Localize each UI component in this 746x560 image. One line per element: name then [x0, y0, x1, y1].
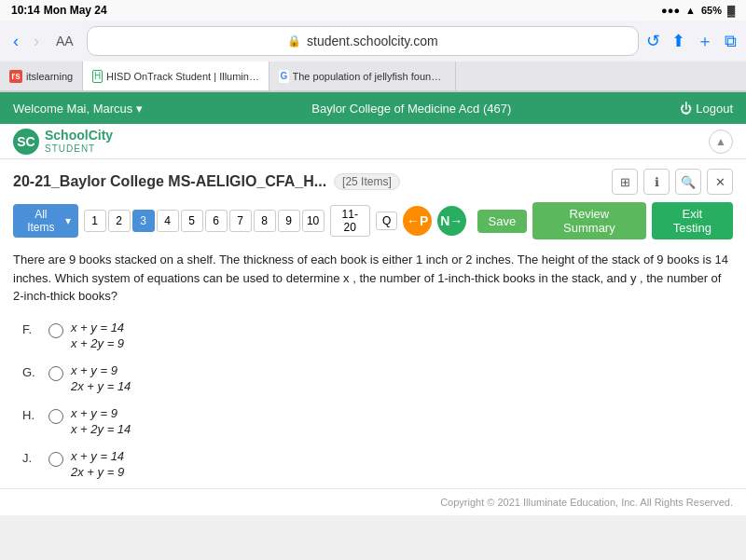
test-title: 20-21_Baylor College MS-AELIGIO_CFA_H... [13, 173, 326, 190]
wifi-icon: ▲ [685, 5, 696, 16]
scroll-up-button[interactable]: ▲ [709, 130, 733, 154]
welcome-label: Welcome Mai, Marcus [13, 102, 132, 116]
previous-question-button[interactable]: ← P [403, 206, 432, 236]
status-bar: 10:14 Mon May 24 ●●● ▲ 65% ▓ [0, 0, 746, 20]
logout-button[interactable]: ⏻ Logout [680, 102, 733, 116]
dropdown-chevron-icon: ▾ [65, 214, 71, 227]
page-btn-10[interactable]: 10 [302, 210, 325, 232]
reload-button[interactable]: ↺ [646, 31, 660, 51]
tab-hisd[interactable]: H HISD OnTrack Student | Illuminate Educ… [83, 61, 269, 90]
main-content: 20-21_Baylor College MS-AELIGIO_CFA_H...… [0, 159, 746, 488]
date-display: Mon May 24 [44, 4, 107, 17]
logo-student-label: STUDENT [45, 143, 113, 154]
page-btn-5[interactable]: 5 [181, 210, 203, 232]
reader-mode-button[interactable]: AA [50, 32, 79, 50]
next-arrow-icon: → [449, 213, 463, 228]
time-display: 10:14 [11, 4, 40, 17]
tab-google[interactable]: G The population of jellyfish found in p… [269, 61, 456, 90]
range-11-20-button[interactable]: 11-20 [330, 205, 370, 237]
option-g-radio[interactable] [48, 366, 63, 381]
next-question-button[interactable]: N → [437, 206, 466, 236]
power-icon: ⏻ [680, 102, 692, 116]
search-questions-button[interactable]: Q [376, 212, 397, 230]
zoom-button[interactable]: 🔍 [675, 169, 701, 195]
new-tab-button[interactable]: ＋ [697, 30, 713, 52]
logo-school-name: SchoolCity [45, 129, 113, 143]
battery-display: 65% [701, 5, 722, 16]
page-btn-3[interactable]: 3 [132, 210, 155, 232]
all-items-dropdown[interactable]: All Items ▾ [13, 204, 78, 238]
option-f-radio[interactable] [48, 323, 63, 338]
tab-label-google: The population of jellyfish found in par… [293, 71, 447, 82]
page-btn-4[interactable]: 4 [157, 210, 179, 232]
option-f-equations: x + y = 14 x + 2y = 9 [71, 321, 124, 350]
tab-itslearning[interactable]: rs itslearning [0, 61, 83, 90]
hisd-favicon: H [92, 70, 103, 83]
dropdown-arrow-icon: ▾ [136, 102, 143, 116]
option-j: J. x + y = 14 2x + y = 9 [22, 449, 733, 479]
option-h: H. x + y = 9 x + 2y = 14 [22, 406, 733, 436]
share-button[interactable]: ⬆ [671, 31, 685, 51]
page-btn-9[interactable]: 9 [278, 210, 300, 232]
test-title-area: 20-21_Baylor College MS-AELIGIO_CFA_H...… [13, 173, 400, 190]
browser-actions: ↺ ⬆ ＋ ⧉ [646, 30, 737, 52]
info-button[interactable]: ℹ [643, 169, 670, 195]
tab-label-itslearning: itslearning [26, 71, 73, 82]
items-count-badge: [25 Items] [334, 173, 400, 190]
google-favicon: G [279, 70, 288, 83]
range-label: 11-20 [342, 208, 358, 234]
option-h-equations: x + y = 9 x + 2y = 14 [71, 406, 131, 436]
back-button[interactable]: ‹ [9, 30, 22, 53]
option-j-eq1: x + y = 14 [71, 449, 124, 463]
grid-view-button[interactable]: ⊞ [612, 169, 638, 195]
option-f-eq2: x + 2y = 9 [71, 336, 124, 350]
option-f-label: F. [22, 322, 41, 336]
prev-arrow-icon: ← [407, 213, 420, 228]
tabs-button[interactable]: ⧉ [725, 32, 737, 51]
question-text: There are 9 books stacked on a shelf. Th… [13, 251, 733, 306]
logout-label: Logout [696, 102, 733, 116]
close-test-button[interactable]: ✕ [707, 169, 733, 195]
logo-text: SchoolCity STUDENT [45, 129, 113, 153]
page-btn-1[interactable]: 1 [84, 210, 106, 232]
option-g-eq1: x + y = 9 [71, 363, 131, 377]
welcome-user[interactable]: Welcome Mai, Marcus ▾ [13, 102, 143, 116]
save-button[interactable]: Save [477, 210, 528, 233]
app-header-bar: Welcome Mai, Marcus ▾ Baylor College of … [0, 92, 746, 124]
url-display: student.schoolcity.com [307, 34, 438, 48]
option-g-equations: x + y = 9 2x + y = 14 [71, 363, 131, 393]
option-f: F. x + y = 14 x + 2y = 9 [22, 321, 733, 350]
lock-icon: 🔒 [287, 34, 301, 48]
option-j-label: J. [22, 451, 41, 465]
battery-icon: ▓ [727, 5, 735, 16]
copyright-text: Copyright © 2021 Illuminate Education, I… [440, 497, 733, 508]
address-bar[interactable]: 🔒 student.schoolcity.com [87, 26, 639, 56]
option-h-eq1: x + y = 9 [71, 406, 131, 420]
option-j-eq2: 2x + y = 9 [71, 465, 124, 479]
option-g-eq2: 2x + y = 14 [71, 379, 131, 393]
page-btn-6[interactable]: 6 [205, 210, 228, 232]
forward-button[interactable]: › [30, 30, 43, 53]
option-h-radio[interactable] [48, 409, 63, 424]
page-btn-7[interactable]: 7 [229, 210, 252, 232]
review-summary-button[interactable]: Review Summary [532, 202, 645, 239]
page-btn-2[interactable]: 2 [108, 210, 131, 232]
browser-toolbar: ‹ › AA 🔒 student.schoolcity.com ↺ ⬆ ＋ ⧉ [0, 20, 746, 61]
test-header: 20-21_Baylor College MS-AELIGIO_CFA_H...… [13, 169, 733, 195]
itslearning-favicon: rs [9, 70, 22, 83]
school-logo-bar: SC SchoolCity STUDENT ▲ [0, 124, 746, 159]
browser-tabs: rs itslearning H HISD OnTrack Student | … [0, 61, 746, 91]
tab-label-hisd: HISD OnTrack Student | Illuminate Educat… [106, 71, 259, 82]
test-toolbar: ⊞ ℹ 🔍 ✕ [612, 169, 733, 195]
browser-chrome: ‹ › AA 🔒 student.schoolcity.com ↺ ⬆ ＋ ⧉ … [0, 20, 746, 92]
search-icon: Q [382, 214, 391, 227]
school-logo: SC SchoolCity STUDENT [13, 129, 113, 155]
option-g-label: G. [22, 365, 41, 379]
exit-testing-button[interactable]: Exit Testing [652, 202, 733, 239]
option-g: G. x + y = 9 2x + y = 14 [22, 363, 733, 393]
school-name-display: Baylor College of Medicine Acd (467) [311, 102, 511, 116]
option-f-eq1: x + y = 14 [71, 321, 124, 335]
option-j-radio[interactable] [48, 452, 63, 467]
page-btn-8[interactable]: 8 [254, 210, 276, 232]
page-footer: Copyright © 2021 Illuminate Education, I… [0, 488, 746, 515]
